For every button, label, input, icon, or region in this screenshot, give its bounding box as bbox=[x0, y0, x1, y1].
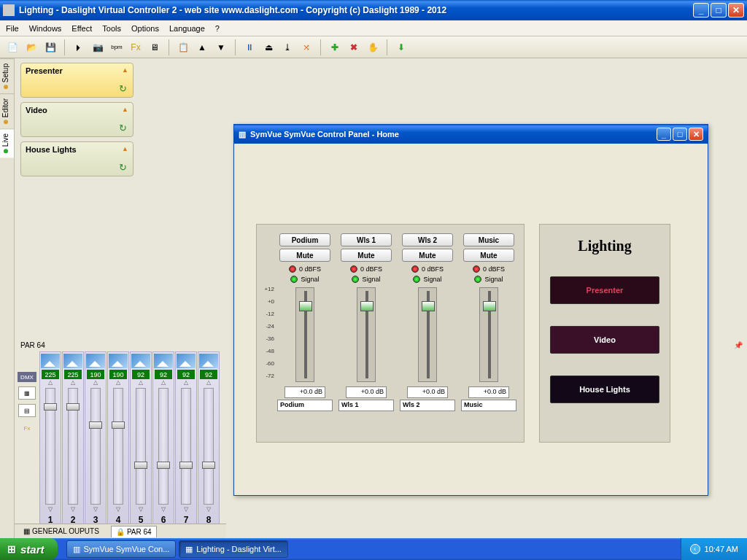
pin-icon[interactable]: 📌 bbox=[734, 341, 743, 349]
channel-name-button[interactable]: Wls 1 bbox=[341, 233, 392, 246]
fx-tool-icon[interactable]: Fx bbox=[18, 421, 36, 435]
page-icon[interactable]: 📋 bbox=[175, 39, 191, 55]
channel-fader[interactable] bbox=[113, 388, 123, 505]
mixer-fader[interactable] bbox=[418, 287, 437, 382]
save-icon[interactable]: 💾 bbox=[42, 39, 58, 55]
scene-list: Presenter ▲ ↻ Video ▲ ↻ House Lights ▲ ↻ bbox=[20, 63, 133, 181]
btab-par64[interactable]: 🔒PAR 64 bbox=[111, 526, 157, 537]
mixer-fader[interactable] bbox=[295, 287, 314, 382]
scene-presenter[interactable]: Presenter ▲ ↻ bbox=[20, 63, 133, 98]
mute-button[interactable]: Mute bbox=[341, 249, 392, 262]
menu-options[interactable]: Options bbox=[131, 24, 159, 33]
signal-led bbox=[413, 276, 420, 283]
refresh-icon[interactable]: ↻ bbox=[119, 83, 127, 94]
refresh-icon[interactable]: ↻ bbox=[119, 162, 127, 173]
sidetab-setup[interactable]: Setup bbox=[0, 58, 14, 93]
symvue-maximize[interactable]: □ bbox=[673, 128, 687, 141]
monitor-icon[interactable]: 🖥 bbox=[147, 39, 163, 55]
mute-button[interactable]: Mute bbox=[402, 249, 453, 262]
taskbar-symvue[interactable]: ▥SymVue SymVue Con... bbox=[66, 540, 177, 558]
signal-led bbox=[290, 276, 298, 283]
channel-fader[interactable] bbox=[181, 388, 191, 505]
lighting-video-button[interactable]: Video bbox=[550, 326, 659, 354]
symvue-close[interactable]: ✕ bbox=[689, 128, 703, 141]
down-icon[interactable]: ▼ bbox=[213, 39, 229, 55]
clock: 10:47 AM bbox=[705, 545, 738, 553]
delete-icon[interactable]: ✖ bbox=[346, 39, 362, 55]
chtool-2[interactable]: ▤ bbox=[18, 404, 36, 417]
channel-value: 92 bbox=[177, 370, 195, 379]
mixer-fader[interactable] bbox=[479, 287, 498, 382]
sidetab-editor[interactable]: Editor bbox=[0, 93, 14, 128]
sidetab-live[interactable]: Live bbox=[0, 128, 14, 158]
eject-up-icon[interactable]: ⏏ bbox=[260, 39, 276, 55]
channel-name-button[interactable]: Wls 2 bbox=[402, 233, 453, 246]
eject-down-icon[interactable]: ⤓ bbox=[279, 39, 295, 55]
bpm-icon[interactable]: bpm bbox=[109, 39, 125, 55]
channel-label: Music bbox=[461, 400, 516, 411]
scene-video[interactable]: Video ▲ ↻ bbox=[20, 102, 133, 137]
menu-effect[interactable]: Effect bbox=[71, 24, 92, 33]
dmx-label: DMX bbox=[18, 372, 36, 382]
triangle-icon: ▲ bbox=[122, 145, 128, 152]
close-button[interactable]: ✕ bbox=[728, 3, 744, 18]
channel-thumb bbox=[86, 354, 105, 368]
symvue-minimize[interactable]: _ bbox=[657, 128, 671, 141]
bottom-tabs: ▦GENERAL OUPUTS 🔒PAR 64 bbox=[15, 524, 226, 538]
menu-file[interactable]: File bbox=[6, 24, 19, 33]
channel-fader[interactable] bbox=[158, 388, 169, 505]
channel-label: Wls 1 bbox=[338, 400, 394, 411]
camera-icon[interactable]: 📷 bbox=[90, 39, 106, 55]
symvue-titlebar[interactable]: ▥ SymVue SymVue Control Panel - Home _ □… bbox=[234, 125, 708, 144]
up-icon[interactable]: ▲ bbox=[194, 39, 210, 55]
signal-led bbox=[352, 276, 359, 283]
mixer-channel-wls-1: Wls 1 Mute 0 dBFS Signal +0.0 dB Wls 1 bbox=[336, 233, 397, 433]
menu-help[interactable]: ? bbox=[215, 24, 220, 33]
open-icon[interactable]: 📂 bbox=[23, 39, 39, 55]
minimize-button[interactable]: _ bbox=[693, 3, 709, 18]
refresh-icon[interactable]: ↻ bbox=[119, 122, 127, 133]
mute-button[interactable]: Mute bbox=[463, 249, 514, 262]
mixer-panel: +12+0-12-24-36-48-60-72 Podium Mute 0 dB… bbox=[256, 224, 525, 443]
pause-icon[interactable]: ⏸ bbox=[241, 39, 258, 55]
shuffle-icon[interactable]: ⤨ bbox=[298, 39, 314, 55]
side-tabs: Setup Editor Live bbox=[0, 58, 15, 538]
lighting-house-button[interactable]: House Lights bbox=[550, 376, 659, 403]
channel-fader[interactable] bbox=[68, 388, 78, 505]
menu-tools[interactable]: Tools bbox=[102, 24, 121, 33]
channel-fader[interactable] bbox=[45, 388, 55, 505]
mixer-fader[interactable] bbox=[357, 287, 376, 382]
system-tray[interactable]: ‹ 10:47 AM bbox=[681, 538, 747, 560]
lighting-presenter-button[interactable]: Presenter bbox=[550, 276, 659, 304]
hand-icon[interactable]: ✋ bbox=[365, 39, 381, 55]
lighting-title: Lighting bbox=[578, 238, 631, 254]
channel-thumb bbox=[63, 354, 82, 368]
taskbar: start ▥SymVue SymVue Con... ▦Lighting - … bbox=[0, 538, 747, 560]
channel-fader[interactable] bbox=[90, 388, 101, 505]
taskbar-daslight[interactable]: ▦Lighting - Daslight Virt... bbox=[179, 540, 288, 558]
mute-button[interactable]: Mute bbox=[279, 249, 330, 262]
channel-fader[interactable] bbox=[136, 388, 146, 505]
channel-label: Wls 2 bbox=[400, 400, 455, 411]
menu-bar: File Windows Effect Tools Options Langua… bbox=[0, 20, 747, 36]
main-titlebar: Lighting - Daslight Virtual Controller 2… bbox=[0, 0, 747, 20]
play-icon[interactable]: ⏵ bbox=[71, 39, 87, 55]
channel-thumb bbox=[109, 354, 128, 368]
start-button[interactable]: start bbox=[0, 538, 58, 560]
add-icon[interactable]: ✚ bbox=[327, 39, 343, 55]
download-icon[interactable]: ⬇ bbox=[393, 39, 409, 55]
clip-led bbox=[411, 265, 419, 273]
btab-general[interactable]: ▦GENERAL OUPUTS bbox=[19, 526, 104, 537]
chtool-1[interactable]: ▦ bbox=[18, 386, 36, 400]
menu-language[interactable]: Language bbox=[169, 24, 205, 33]
channel-name-button[interactable]: Music bbox=[463, 233, 514, 246]
tray-expand-icon[interactable]: ‹ bbox=[690, 544, 700, 554]
maximize-button[interactable]: □ bbox=[711, 3, 727, 18]
channel-name-button[interactable]: Podium bbox=[279, 233, 330, 246]
channel-value: 225 bbox=[64, 370, 82, 379]
new-icon[interactable]: 📄 bbox=[4, 39, 20, 55]
menu-windows[interactable]: Windows bbox=[29, 24, 62, 33]
scene-house-lights[interactable]: House Lights ▲ ↻ bbox=[20, 141, 133, 176]
channel-fader[interactable] bbox=[204, 388, 214, 505]
fx-icon[interactable]: Fx bbox=[128, 39, 144, 55]
